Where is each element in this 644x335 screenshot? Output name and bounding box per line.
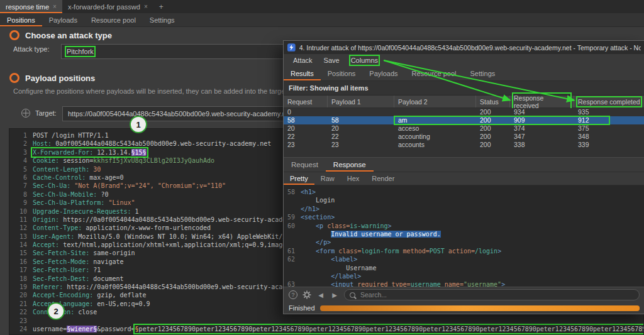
results-col-4[interactable]: Response received (510, 96, 574, 107)
table-cell: 200 (476, 108, 510, 116)
table-cell: 909 (510, 116, 574, 124)
line-number: 1 (9, 131, 33, 140)
filter-bar[interactable]: Filter: Showing all items (284, 81, 644, 96)
line-number: 2 (9, 140, 33, 148)
table-row[interactable]: 2020acceso200374375 (284, 124, 644, 133)
line-number: 7 (9, 182, 33, 190)
line-number: 59 (284, 213, 301, 221)
response-line: 61 <form class=login-form method=POST ac… (284, 247, 644, 255)
results-col-2-label: Payload 2 (398, 98, 428, 106)
menu-item-save[interactable]: Save (319, 56, 344, 65)
attack-tab-0[interactable]: response time× (0, 0, 62, 13)
table-cell: 374 (510, 124, 574, 133)
previous-match-icon[interactable]: ◀ (316, 290, 325, 299)
results-col-2[interactable]: Payload 2 (394, 96, 476, 107)
window-tab-positions[interactable]: Positions (321, 67, 363, 80)
subnav-positions[interactable]: Positions (0, 13, 42, 26)
attack-window-title: 4. Intruder attack of https://0a0f005404… (299, 44, 641, 52)
response-line: 60 <p class=is-warning> (284, 222, 644, 230)
search-input[interactable] (359, 290, 634, 299)
subnav-settings[interactable]: Settings (143, 13, 182, 26)
menu-item-attack[interactable]: Attack (289, 56, 317, 65)
attack-status-row: Finished (284, 302, 644, 314)
window-tab-payloads[interactable]: Payloads (362, 67, 404, 80)
table-cell: 20 (328, 124, 394, 133)
attack-type-label: Attack type: (13, 45, 49, 53)
response-line: Username (284, 264, 644, 272)
mode-tab-hex[interactable]: Hex (341, 172, 366, 185)
table-row[interactable]: 0200934935 (284, 108, 644, 116)
line-number: 6 (9, 173, 33, 182)
response-line: 58<h1> (284, 188, 644, 196)
attack-window-titlebar[interactable]: 4. Intruder attack of https://0a0f005404… (284, 41, 644, 54)
results-col-5[interactable]: Response completed (574, 96, 644, 107)
table-cell: 58 (328, 116, 394, 124)
table-cell: 200 (476, 124, 510, 133)
response-line: Login (284, 196, 644, 204)
line-number (284, 264, 301, 272)
mode-tab-raw[interactable]: Raw (314, 172, 341, 185)
window-tab-resource-pool[interactable]: Resource pool (405, 67, 464, 80)
mode-tab-pretty[interactable]: Pretty (284, 172, 314, 185)
response-line: 59<section> (284, 213, 644, 221)
attack-type-section-header: Choose an attack type (9, 30, 112, 40)
request-line: 24username=§wiener§&password=§peter12345… (9, 325, 643, 333)
table-cell: 912 (574, 116, 644, 124)
table-cell: am (394, 116, 476, 124)
target-url: https://0a0f0054044a0488c5434ab500bd00e9… (68, 110, 292, 118)
viewer-toolbar: ? ◀ ▶ (284, 287, 644, 302)
table-cell: 22 (284, 133, 328, 141)
window-tab-settings[interactable]: Settings (464, 67, 502, 80)
payload-positions-section-header: Payload positions (9, 73, 95, 83)
viewer-tab-response[interactable]: Response (326, 158, 374, 172)
mode-tab-render[interactable]: Render (365, 172, 401, 185)
results-table-body[interactable]: 02009349355858am2009099122020acceso20037… (284, 108, 644, 157)
help-icon[interactable]: ? (289, 290, 297, 299)
menu-item-columns[interactable]: Columns (347, 56, 382, 65)
subnav-resource-pool[interactable]: Resource pool (84, 13, 143, 26)
viewer-tab-request[interactable]: Request (284, 158, 326, 172)
results-col-0[interactable]: Request (284, 96, 328, 107)
window-tab-results[interactable]: Results (284, 67, 321, 80)
line-number: 11 (9, 216, 33, 224)
table-cell: 22 (328, 133, 394, 141)
burp-intruder-screen: response time×x-forwarded-for passwd×+ P… (0, 0, 644, 335)
table-row[interactable]: 2323accounts200338339 (284, 141, 644, 149)
request-line: 23 (9, 317, 643, 325)
table-cell: 58 (284, 116, 328, 124)
section-ring-icon (9, 73, 19, 83)
table-row[interactable]: 5858am200909912 (284, 116, 644, 124)
close-tab-icon[interactable]: × (53, 3, 57, 10)
viewer-tabs: RequestResponse (284, 157, 644, 172)
burp-bolt-icon (287, 43, 296, 52)
table-cell: 934 (510, 108, 574, 116)
results-col-3[interactable]: Status (476, 96, 510, 107)
search-box[interactable] (344, 289, 640, 300)
results-col-1[interactable]: Payload 1 (328, 96, 394, 107)
table-cell: 0 (284, 108, 328, 116)
settings-gear-icon[interactable] (303, 290, 311, 299)
line-number: 5 (9, 165, 33, 173)
close-tab-icon[interactable]: × (144, 3, 148, 10)
response-code-viewer[interactable]: 58<h1> Login</h1>59<section>60 <p class=… (284, 185, 644, 287)
response-line: 62 <label> (284, 255, 644, 263)
line-number: 15 (9, 249, 33, 257)
attack-tab-1[interactable]: x-forwarded-for passwd× (62, 0, 153, 13)
table-cell: 20 (284, 124, 328, 133)
table-cell: 23 (328, 141, 394, 149)
line-number: 3 (9, 148, 33, 157)
target-row: Target: (21, 109, 57, 118)
subnav-payloads[interactable]: Payloads (42, 13, 84, 26)
payload-positions-description: Configure the positions where payloads w… (13, 87, 323, 95)
line-number: 18 (9, 275, 33, 283)
line-number: 63 (284, 280, 301, 287)
search-icon (350, 292, 355, 298)
table-row[interactable]: 2222accounting200347348 (284, 133, 644, 141)
line-number: 24 (9, 325, 33, 333)
next-match-icon[interactable]: ▶ (330, 290, 339, 299)
line-number: 13 (9, 233, 33, 241)
table-cell: accounts (394, 141, 476, 149)
attack-status-label: Finished (289, 304, 315, 312)
new-attack-tab-button[interactable]: + (153, 0, 169, 13)
line-number (284, 272, 301, 280)
